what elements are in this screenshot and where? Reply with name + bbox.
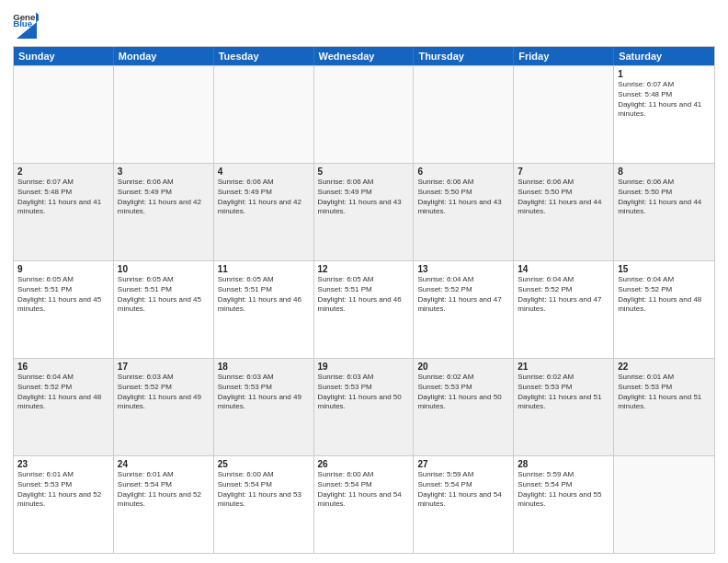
- day-info: Sunrise: 6:04 AM Sunset: 5:52 PM Dayligh…: [17, 373, 109, 412]
- day-number: 16: [17, 362, 109, 372]
- day-number: 8: [618, 167, 711, 177]
- svg-marker-3: [17, 22, 37, 39]
- logo: General Blue: [13, 9, 39, 40]
- calendar-cell: 10Sunrise: 6:05 AM Sunset: 5:51 PM Dayli…: [114, 261, 214, 358]
- day-info: Sunrise: 5:59 AM Sunset: 5:54 PM Dayligh…: [518, 470, 609, 510]
- calendar-cell: 11Sunrise: 6:05 AM Sunset: 5:51 PM Dayli…: [214, 261, 314, 358]
- weekday-header: Thursday: [414, 47, 514, 65]
- day-info: Sunrise: 6:06 AM Sunset: 5:50 PM Dayligh…: [618, 178, 711, 217]
- calendar-row: 23Sunrise: 6:01 AM Sunset: 5:53 PM Dayli…: [14, 455, 714, 553]
- calendar-cell: [114, 66, 214, 163]
- day-info: Sunrise: 6:05 AM Sunset: 5:51 PM Dayligh…: [17, 275, 109, 315]
- calendar-cell: 22Sunrise: 6:01 AM Sunset: 5:53 PM Dayli…: [614, 359, 714, 455]
- calendar-cell: [314, 66, 415, 163]
- day-info: Sunrise: 6:06 AM Sunset: 5:49 PM Dayligh…: [318, 178, 410, 217]
- calendar-cell: 8Sunrise: 6:06 AM Sunset: 5:50 PM Daylig…: [614, 164, 714, 260]
- day-number: 12: [318, 264, 410, 274]
- weekday-header: Sunday: [14, 47, 114, 65]
- calendar-cell: 26Sunrise: 6:00 AM Sunset: 5:54 PM Dayli…: [314, 456, 415, 553]
- calendar-cell: 13Sunrise: 6:04 AM Sunset: 5:52 PM Dayli…: [414, 261, 514, 358]
- calendar-row: 9Sunrise: 6:05 AM Sunset: 5:51 PM Daylig…: [14, 260, 714, 358]
- day-info: Sunrise: 6:06 AM Sunset: 5:50 PM Dayligh…: [417, 178, 509, 217]
- day-info: Sunrise: 6:07 AM Sunset: 5:48 PM Dayligh…: [618, 80, 711, 120]
- day-number: 1: [618, 69, 711, 79]
- day-info: Sunrise: 6:06 AM Sunset: 5:50 PM Dayligh…: [518, 178, 609, 217]
- day-info: Sunrise: 6:02 AM Sunset: 5:53 PM Dayligh…: [417, 373, 509, 412]
- day-info: Sunrise: 6:02 AM Sunset: 5:53 PM Dayligh…: [518, 373, 609, 412]
- calendar-cell: [14, 66, 114, 163]
- day-info: Sunrise: 6:03 AM Sunset: 5:53 PM Dayligh…: [218, 373, 310, 412]
- day-number: 3: [118, 167, 210, 177]
- day-number: 28: [518, 459, 609, 469]
- day-info: Sunrise: 6:03 AM Sunset: 5:52 PM Dayligh…: [118, 373, 210, 412]
- day-info: Sunrise: 6:00 AM Sunset: 5:54 PM Dayligh…: [218, 470, 310, 510]
- calendar-cell: 17Sunrise: 6:03 AM Sunset: 5:52 PM Dayli…: [114, 359, 214, 455]
- day-info: Sunrise: 6:04 AM Sunset: 5:52 PM Dayligh…: [417, 275, 509, 315]
- calendar-cell: 20Sunrise: 6:02 AM Sunset: 5:53 PM Dayli…: [414, 359, 514, 455]
- logo-triangle-icon: [17, 22, 37, 40]
- calendar-cell: 9Sunrise: 6:05 AM Sunset: 5:51 PM Daylig…: [14, 261, 114, 358]
- calendar: SundayMondayTuesdayWednesdayThursdayFrid…: [13, 46, 715, 554]
- day-number: 5: [318, 167, 410, 177]
- calendar-cell: 24Sunrise: 6:01 AM Sunset: 5:54 PM Dayli…: [114, 456, 214, 553]
- header: General Blue: [13, 9, 715, 40]
- calendar-cell: 18Sunrise: 6:03 AM Sunset: 5:53 PM Dayli…: [214, 359, 314, 455]
- day-number: 7: [518, 167, 609, 177]
- day-number: 14: [518, 264, 609, 274]
- day-info: Sunrise: 6:05 AM Sunset: 5:51 PM Dayligh…: [118, 275, 210, 315]
- calendar-row: 2Sunrise: 6:07 AM Sunset: 5:48 PM Daylig…: [14, 163, 714, 260]
- day-number: 23: [17, 459, 109, 469]
- calendar-cell: 5Sunrise: 6:06 AM Sunset: 5:49 PM Daylig…: [314, 164, 415, 260]
- weekday-header: Saturday: [614, 47, 714, 65]
- day-number: 25: [218, 459, 310, 469]
- calendar-cell: 1Sunrise: 6:07 AM Sunset: 5:48 PM Daylig…: [614, 66, 714, 163]
- calendar-row: 1Sunrise: 6:07 AM Sunset: 5:48 PM Daylig…: [14, 65, 714, 163]
- day-info: Sunrise: 5:59 AM Sunset: 5:54 PM Dayligh…: [417, 470, 509, 510]
- day-number: 21: [518, 362, 609, 372]
- calendar-cell: 6Sunrise: 6:06 AM Sunset: 5:50 PM Daylig…: [414, 164, 514, 260]
- day-number: 6: [417, 167, 509, 177]
- day-number: 10: [118, 264, 210, 274]
- day-number: 19: [318, 362, 410, 372]
- calendar-cell: 27Sunrise: 5:59 AM Sunset: 5:54 PM Dayli…: [414, 456, 514, 553]
- day-info: Sunrise: 6:01 AM Sunset: 5:53 PM Dayligh…: [618, 373, 711, 412]
- day-number: 9: [17, 264, 109, 274]
- calendar-cell: 7Sunrise: 6:06 AM Sunset: 5:50 PM Daylig…: [514, 164, 614, 260]
- day-info: Sunrise: 6:00 AM Sunset: 5:54 PM Dayligh…: [318, 470, 410, 510]
- day-number: 4: [218, 167, 310, 177]
- day-number: 17: [118, 362, 210, 372]
- day-info: Sunrise: 6:01 AM Sunset: 5:53 PM Dayligh…: [17, 470, 109, 510]
- calendar-cell: 19Sunrise: 6:03 AM Sunset: 5:53 PM Dayli…: [314, 359, 415, 455]
- calendar-cell: [514, 66, 614, 163]
- day-number: 15: [618, 264, 711, 274]
- calendar-cell: [214, 66, 314, 163]
- calendar-cell: 15Sunrise: 6:04 AM Sunset: 5:52 PM Dayli…: [614, 261, 714, 358]
- calendar-cell: 21Sunrise: 6:02 AM Sunset: 5:53 PM Dayli…: [514, 359, 614, 455]
- day-number: 20: [417, 362, 509, 372]
- weekday-header: Monday: [114, 47, 214, 65]
- calendar-cell: 4Sunrise: 6:06 AM Sunset: 5:49 PM Daylig…: [214, 164, 314, 260]
- day-info: Sunrise: 6:06 AM Sunset: 5:49 PM Dayligh…: [218, 178, 310, 217]
- page: General Blue SundayMondayTuesdayWednesda…: [0, 0, 728, 563]
- calendar-header: SundayMondayTuesdayWednesdayThursdayFrid…: [14, 47, 714, 65]
- day-info: Sunrise: 6:06 AM Sunset: 5:49 PM Dayligh…: [118, 178, 210, 217]
- day-info: Sunrise: 6:01 AM Sunset: 5:54 PM Dayligh…: [118, 470, 210, 510]
- weekday-header: Wednesday: [314, 47, 415, 65]
- calendar-cell: 12Sunrise: 6:05 AM Sunset: 5:51 PM Dayli…: [314, 261, 415, 358]
- day-number: 26: [318, 459, 410, 469]
- calendar-cell: 16Sunrise: 6:04 AM Sunset: 5:52 PM Dayli…: [14, 359, 114, 455]
- calendar-row: 16Sunrise: 6:04 AM Sunset: 5:52 PM Dayli…: [14, 358, 714, 455]
- day-info: Sunrise: 6:03 AM Sunset: 5:53 PM Dayligh…: [318, 373, 410, 412]
- calendar-body: 1Sunrise: 6:07 AM Sunset: 5:48 PM Daylig…: [14, 65, 714, 553]
- day-number: 2: [17, 167, 109, 177]
- day-number: 18: [218, 362, 310, 372]
- weekday-header: Friday: [514, 47, 614, 65]
- day-number: 13: [417, 264, 509, 274]
- calendar-cell: 28Sunrise: 5:59 AM Sunset: 5:54 PM Dayli…: [514, 456, 614, 553]
- calendar-cell: 3Sunrise: 6:06 AM Sunset: 5:49 PM Daylig…: [114, 164, 214, 260]
- calendar-cell: 14Sunrise: 6:04 AM Sunset: 5:52 PM Dayli…: [514, 261, 614, 358]
- day-info: Sunrise: 6:04 AM Sunset: 5:52 PM Dayligh…: [618, 275, 711, 315]
- day-number: 11: [218, 264, 310, 274]
- day-number: 24: [118, 459, 210, 469]
- calendar-cell: [414, 66, 514, 163]
